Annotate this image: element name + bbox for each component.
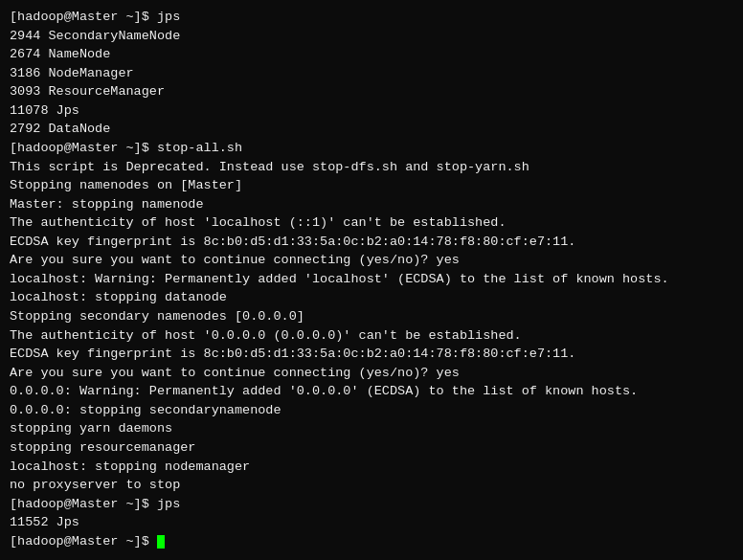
terminal-output: 0.0.0.0: Warning: Permanently added '0.0… (10, 384, 638, 398)
terminal-output: stopping resourcemanager (10, 440, 195, 455)
terminal-line: Are you sure you want to continue connec… (10, 364, 733, 383)
terminal-output: 2792 DataNode (10, 122, 110, 136)
terminal-line: [hadoop@Master ~]$ jps (10, 8, 733, 27)
terminal-output: The authenticity of host 'localhost (::1… (10, 215, 506, 230)
terminal-line: stopping yarn daemons (10, 419, 733, 438)
terminal-output: This script is Deprecated. Instead use s… (10, 160, 529, 174)
terminal-output: 2674 NameNode (10, 47, 110, 61)
terminal-output: no proxyserver to stop (10, 478, 180, 492)
terminal-window[interactable]: [hadoop@Master ~]$ jps2944 SecondaryName… (0, 0, 743, 560)
terminal-prompt: [hadoop@Master ~]$ (10, 497, 157, 511)
terminal-output: Are you sure you want to continue connec… (10, 366, 460, 380)
terminal-output: 11552 Jps (10, 515, 79, 529)
terminal-command: jps (157, 10, 180, 24)
terminal-line: This script is Deprecated. Instead use s… (10, 158, 733, 177)
terminal-output: ECDSA key fingerprint is 8c:b0:d5:d1:33:… (10, 235, 575, 249)
terminal-output: Stopping namenodes on [Master] (10, 178, 242, 192)
terminal-output: 3186 NodeManager (10, 66, 134, 80)
terminal-output: Are you sure you want to continue connec… (10, 253, 460, 267)
terminal-line: 3093 ResourceManager (10, 82, 733, 101)
terminal-output: Master: stopping namenode (10, 197, 204, 212)
terminal-line: 2944 SecondaryNameNode (10, 27, 733, 46)
terminal-line: Are you sure you want to continue connec… (10, 251, 733, 270)
terminal-prompt: [hadoop@Master ~]$ (10, 534, 157, 549)
terminal-line: [hadoop@Master ~]$ stop-all.sh (10, 139, 733, 158)
terminal-output: The authenticity of host '0.0.0.0 (0.0.0… (10, 328, 522, 343)
terminal-output: ECDSA key fingerprint is 8c:b0:d5:d1:33:… (10, 347, 575, 361)
terminal-command: jps (157, 497, 180, 511)
terminal-cursor (157, 535, 165, 549)
terminal-prompt: [hadoop@Master ~]$ (10, 10, 157, 24)
terminal-line: The authenticity of host '0.0.0.0 (0.0.0… (10, 326, 733, 346)
terminal-line: [hadoop@Master ~]$ jps (10, 495, 733, 514)
terminal-line: 0.0.0.0: stopping secondarynamenode (10, 401, 733, 420)
terminal-line: Master: stopping namenode (10, 195, 733, 214)
terminal-line: 3186 NodeManager (10, 64, 733, 83)
terminal-line: The authenticity of host 'localhost (::1… (10, 213, 733, 233)
terminal-output: Stopping secondary namenodes [0.0.0.0] (10, 309, 304, 324)
terminal-line: localhost: stopping datanode (10, 288, 733, 307)
terminal-content: [hadoop@Master ~]$ jps2944 SecondaryName… (10, 8, 733, 550)
terminal-line: 0.0.0.0: Warning: Permanently added '0.0… (10, 382, 733, 401)
terminal-line: Stopping namenodes on [Master] (10, 176, 733, 195)
terminal-line: 2792 DataNode (10, 120, 733, 139)
terminal-output: 11078 Jps (10, 103, 79, 118)
terminal-output: localhost: stopping datanode (10, 290, 227, 304)
terminal-prompt: [hadoop@Master ~]$ (10, 141, 157, 155)
terminal-line: [hadoop@Master ~]$ (10, 532, 733, 551)
terminal-line: ECDSA key fingerprint is 8c:b0:d5:d1:33:… (10, 233, 733, 252)
terminal-line: stopping resourcemanager (10, 438, 733, 458)
terminal-line: 11552 Jps (10, 513, 733, 532)
terminal-line: 11078 Jps (10, 101, 733, 121)
terminal-line: 2674 NameNode (10, 45, 733, 64)
terminal-output: 0.0.0.0: stopping secondarynamenode (10, 403, 281, 417)
terminal-output: stopping yarn daemons (10, 421, 172, 436)
terminal-command: stop-all.sh (157, 141, 242, 155)
terminal-output: localhost: Warning: Permanently added 'l… (10, 272, 669, 286)
terminal-line: Stopping secondary namenodes [0.0.0.0] (10, 307, 733, 326)
terminal-line: localhost: Warning: Permanently added 'l… (10, 270, 733, 289)
terminal-line: ECDSA key fingerprint is 8c:b0:d5:d1:33:… (10, 345, 733, 364)
terminal-output: localhost: stopping nodemanager (10, 459, 250, 474)
terminal-output: 2944 SecondaryNameNode (10, 29, 180, 43)
terminal-line: localhost: stopping nodemanager (10, 458, 733, 477)
terminal-output: 3093 ResourceManager (10, 84, 165, 99)
terminal-line: no proxyserver to stop (10, 476, 733, 495)
